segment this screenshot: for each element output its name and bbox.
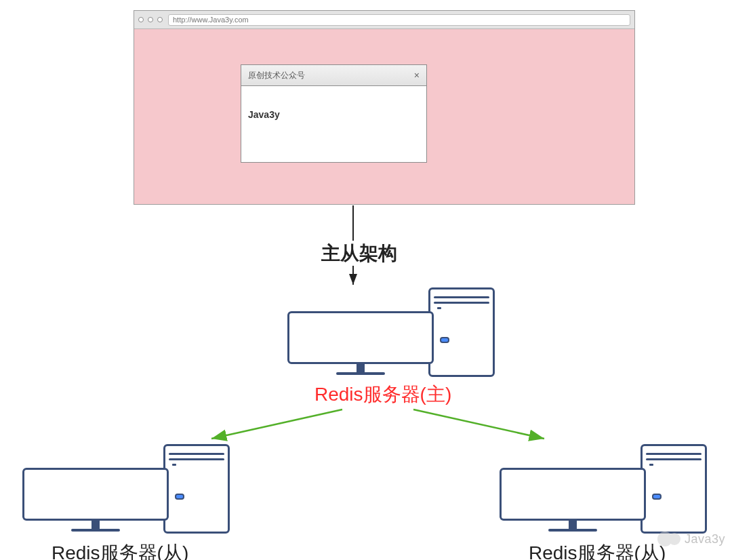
arrow-to-slave2	[413, 409, 544, 439]
monitor-base	[71, 529, 120, 532]
slave-node-2	[500, 444, 710, 542]
dot	[148, 17, 153, 22]
window-dots	[138, 17, 163, 22]
monitor-base	[336, 372, 385, 375]
master-node	[287, 287, 497, 385]
watermark: Java3y	[657, 532, 725, 546]
tower-icon	[428, 287, 495, 377]
architecture-label: 主从架构	[321, 241, 397, 266]
slave-node-1	[22, 444, 232, 542]
monitor-icon	[287, 311, 434, 364]
wechat-icon	[668, 533, 680, 545]
monitor-icon	[500, 468, 646, 521]
dot	[157, 17, 163, 22]
slave2-label: Redis服务器(从)	[529, 540, 666, 560]
master-label: Redis服务器(主)	[314, 382, 451, 407]
arrow-to-slave1	[211, 409, 342, 439]
close-icon[interactable]: ×	[414, 70, 420, 81]
diagram-stage: http://www.Java3y.com 原创技术公众号 × Java3y 主…	[0, 0, 732, 560]
monitor-stand	[357, 364, 365, 372]
tower-icon	[163, 444, 230, 534]
dialog-titlebar: 原创技术公众号 ×	[241, 65, 426, 86]
slave1-label: Redis服务器(从)	[52, 540, 188, 560]
dialog: 原创技术公众号 × Java3y	[241, 64, 427, 163]
tower-icon	[640, 444, 707, 534]
dialog-body: Java3y	[241, 86, 426, 162]
dot	[138, 17, 144, 22]
dialog-title: 原创技术公众号	[248, 70, 305, 81]
browser-window: http://www.Java3y.com 原创技术公众号 × Java3y	[134, 10, 635, 205]
monitor-icon	[22, 468, 169, 521]
monitor-stand	[92, 521, 100, 529]
monitor-base	[548, 529, 597, 532]
browser-titlebar: http://www.Java3y.com	[134, 11, 634, 29]
monitor-stand	[569, 521, 577, 529]
address-bar[interactable]: http://www.Java3y.com	[168, 14, 630, 26]
watermark-text: Java3y	[685, 532, 725, 546]
